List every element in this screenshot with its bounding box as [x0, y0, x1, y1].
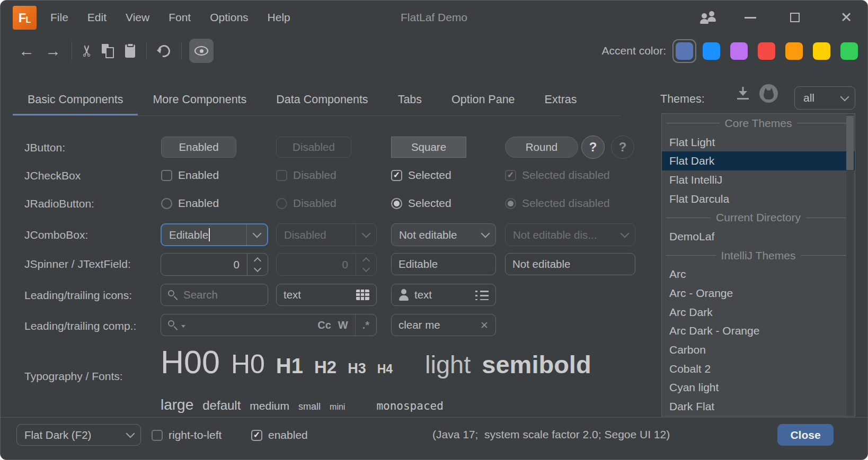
tab-data-components[interactable]: Data Components: [261, 84, 383, 116]
search-placeholder: Search: [183, 288, 218, 301]
enabled-checkbox[interactable]: enabled: [251, 429, 308, 441]
theme-group-header-current-directory: Current Directory: [662, 208, 855, 227]
theme-item-carbon[interactable]: Carbon: [662, 340, 855, 359]
back-icon[interactable]: ←: [13, 42, 40, 60]
checkbox-label: Selected disabled: [522, 169, 610, 182]
menu-file[interactable]: File: [41, 11, 78, 24]
rtl-checkbox[interactable]: right-to-left: [152, 429, 222, 441]
download-icon[interactable]: [736, 87, 750, 101]
radio-label: Disabled: [293, 197, 336, 210]
combobox-value: Editable: [169, 229, 208, 241]
theme-item-demolaf[interactable]: DemoLaf: [662, 227, 855, 246]
regex-button[interactable]: .*: [355, 314, 369, 336]
theme-item-arc-dark[interactable]: Arc Dark: [662, 303, 855, 322]
radio-icon: [276, 198, 287, 209]
table-icon[interactable]: [356, 290, 369, 300]
square-button[interactable]: Square: [391, 137, 466, 158]
theme-item-flat-light[interactable]: Flat Light: [662, 133, 855, 152]
copy-icon[interactable]: [102, 44, 114, 58]
cut-icon[interactable]: ✂: [78, 41, 96, 60]
theme-item-flat-intellij[interactable]: Flat IntelliJ: [662, 170, 855, 190]
laf-combobox[interactable]: Flat Dark (F2): [16, 424, 141, 446]
spinner-up-icon: [254, 257, 261, 264]
chevron-down-icon[interactable]: [475, 224, 495, 246]
leading-trailing-icons-label: Leading/trailing icons:: [24, 289, 132, 302]
accent-swatch-2[interactable]: [703, 42, 720, 60]
clearable-field[interactable]: clear me ✕: [391, 314, 496, 336]
menu-help[interactable]: Help: [258, 11, 300, 24]
tab-option-pane[interactable]: Option Pane: [437, 84, 530, 116]
enabled-button[interactable]: Enabled: [161, 137, 236, 158]
spinner[interactable]: 0: [161, 253, 268, 276]
search-field-with-options[interactable]: Cc W .*: [161, 314, 377, 336]
accent-color-label: Accent color:: [602, 44, 666, 57]
spinner-value[interactable]: 0: [161, 258, 247, 271]
maximize-icon[interactable]: [790, 13, 800, 22]
menu-options[interactable]: Options: [200, 11, 258, 24]
tab-bar: Basic ComponentsMore ComponentsData Comp…: [13, 84, 592, 116]
list-icon[interactable]: [475, 290, 489, 300]
theme-item-cobalt-2[interactable]: Cobalt 2: [662, 359, 855, 378]
theme-item-flat-dark[interactable]: Flat Dark: [662, 151, 855, 170]
accent-swatch-5[interactable]: [785, 42, 803, 60]
search-with-menu-icon[interactable]: [168, 320, 178, 330]
round-button[interactable]: Round: [505, 137, 578, 158]
clear-icon[interactable]: ✕: [480, 319, 489, 331]
tab-basic-components[interactable]: Basic Components: [13, 84, 138, 116]
text-field-with-table-icon[interactable]: text: [276, 284, 377, 306]
h0-sample: H0: [231, 349, 265, 380]
spinner-arrows[interactable]: [247, 254, 268, 275]
refresh-icon[interactable]: [156, 42, 172, 59]
editable-textfield[interactable]: Editable: [391, 253, 496, 275]
close-button[interactable]: Close: [777, 424, 834, 446]
checkbox-enabled[interactable]: Enabled: [161, 169, 219, 182]
close-icon[interactable]: ✕: [836, 1, 857, 34]
whole-word-button[interactable]: W: [338, 319, 348, 331]
github-icon[interactable]: [759, 84, 778, 103]
theme-item-arc-dark-orange[interactable]: Arc Dark - Orange: [662, 322, 855, 341]
tab-more-components[interactable]: More Components: [138, 84, 261, 116]
menu-font[interactable]: Font: [159, 11, 200, 24]
theme-item-flat-darcula[interactable]: Flat Darcula: [662, 190, 855, 209]
status-text: (Java 17; system scale factor 2.0; Segoe…: [432, 428, 670, 441]
accent-swatch-1[interactable]: [676, 42, 693, 60]
accent-swatch-7[interactable]: [840, 42, 858, 60]
checkbox-checked-icon: [391, 170, 402, 181]
accent-swatch-6[interactable]: [813, 42, 830, 60]
h00-sample: H00: [161, 344, 220, 381]
spinner-down-icon: [362, 264, 370, 272]
help-button[interactable]: ?: [581, 136, 605, 159]
checkbox-selected-disabled: Selected disabled: [505, 169, 610, 182]
font-size-sample-small: small: [298, 401, 321, 412]
users-icon[interactable]: [699, 10, 719, 25]
search-input[interactable]: Search: [161, 284, 268, 306]
theme-item-arc[interactable]: Arc: [662, 265, 855, 284]
accent-swatch-4[interactable]: [758, 42, 775, 60]
text-field-with-person-icon[interactable]: text: [391, 284, 496, 306]
radio-enabled[interactable]: Enabled: [161, 197, 219, 210]
tab-tabs[interactable]: Tabs: [383, 84, 437, 116]
chevron-down-icon[interactable]: [246, 224, 267, 245]
theme-item-arc-orange[interactable]: Arc - Orange: [662, 284, 855, 303]
checkbox-selected[interactable]: Selected: [391, 169, 451, 182]
forward-icon[interactable]: →: [40, 42, 66, 60]
minimize-icon[interactable]: [745, 17, 756, 19]
menu-view[interactable]: View: [116, 11, 159, 24]
editable-combobox[interactable]: Editable: [161, 223, 268, 246]
theme-filter-combobox[interactable]: all: [794, 86, 855, 110]
radio-selected[interactable]: Selected: [391, 197, 451, 210]
scrollbar-thumb[interactable]: [846, 116, 854, 170]
match-case-button[interactable]: Cc: [317, 319, 331, 331]
eye-toggle-button[interactable]: [189, 39, 214, 63]
textfield-value: text: [414, 288, 432, 301]
menu-edit[interactable]: Edit: [78, 11, 116, 24]
h4-sample: H4: [377, 362, 393, 376]
paste-icon[interactable]: [125, 44, 135, 58]
not-editable-combobox[interactable]: Not editable: [391, 223, 496, 246]
theme-item-cyan-light[interactable]: Cyan light: [662, 378, 855, 398]
theme-item-dark-flat[interactable]: Dark Flat: [662, 397, 855, 416]
not-editable-textfield[interactable]: Not editable: [505, 253, 635, 275]
accent-swatch-3[interactable]: [730, 42, 748, 60]
tab-extras[interactable]: Extras: [530, 84, 592, 116]
combobox-value: Disabled: [277, 229, 356, 241]
